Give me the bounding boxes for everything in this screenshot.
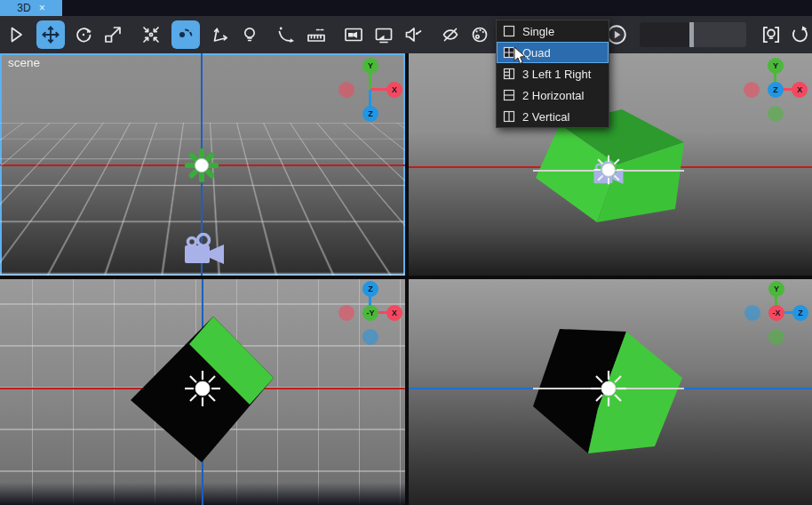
axis-y-ball[interactable]: Y bbox=[768, 281, 784, 297]
toolbar bbox=[0, 16, 812, 53]
screen-camera-icon bbox=[373, 24, 394, 45]
measure-tool-button[interactable] bbox=[302, 20, 330, 49]
focus-center-icon bbox=[140, 24, 162, 45]
tab-bar: 3D × bbox=[0, 0, 812, 16]
viewport-side[interactable]: Y Z -X bbox=[409, 279, 812, 505]
axis-gizmo: Y X Z bbox=[337, 56, 404, 124]
tab-3d[interactable]: 3D × bbox=[0, 0, 62, 16]
refresh-icon bbox=[788, 23, 811, 46]
scale-square-icon bbox=[102, 24, 123, 45]
layout-3left-1right-icon bbox=[503, 68, 515, 80]
menu-item-2-vertical[interactable]: 2 Vertical bbox=[497, 106, 609, 127]
speaker-icon bbox=[402, 24, 424, 45]
axis-y-ball[interactable]: Y bbox=[768, 58, 784, 74]
menu-item-label: 3 Left 1 Right bbox=[522, 68, 591, 81]
axis-neg-y-ball[interactable]: -Y bbox=[362, 305, 378, 321]
menu-item-single[interactable]: Single bbox=[497, 20, 609, 42]
move-arrows-icon bbox=[40, 24, 61, 45]
move-tool-button[interactable] bbox=[36, 20, 65, 49]
light-gizmo[interactable] bbox=[591, 152, 626, 188]
bulb-brackets-icon bbox=[760, 23, 783, 46]
light-tool-button[interactable] bbox=[235, 20, 264, 49]
axis-x-ball[interactable]: X bbox=[386, 305, 402, 321]
palette-button[interactable] bbox=[466, 20, 494, 49]
axis-neg-y-ball[interactable] bbox=[768, 329, 784, 345]
select-tool-button[interactable] bbox=[2, 20, 30, 49]
layout-single-icon bbox=[503, 25, 515, 37]
axis-gizmo: Z X -Y bbox=[337, 279, 404, 347]
visibility-off-button[interactable] bbox=[436, 20, 465, 49]
orbit-arc-icon bbox=[275, 24, 297, 45]
axis-y-ball[interactable]: Y bbox=[362, 58, 378, 74]
eye-off-icon bbox=[440, 24, 461, 45]
reset-view-button[interactable] bbox=[785, 20, 812, 49]
viewport-front[interactable]: Y X Z bbox=[409, 53, 812, 276]
palette-icon bbox=[469, 24, 490, 45]
viewport-light-button[interactable] bbox=[757, 20, 785, 49]
axis-neg-z-ball[interactable] bbox=[362, 329, 378, 345]
axis-x-ball[interactable]: X bbox=[386, 82, 402, 98]
layout-2vertical-icon bbox=[503, 110, 515, 123]
frame-selection-button[interactable] bbox=[137, 20, 165, 49]
axis-neg-z-ball[interactable] bbox=[744, 305, 760, 321]
viewport-perspective[interactable]: scene Y X Z bbox=[0, 53, 405, 276]
axis-neg-x-ball[interactable] bbox=[744, 82, 760, 98]
camera-frame-icon bbox=[343, 24, 364, 45]
light-gizmo[interactable] bbox=[182, 146, 221, 185]
axis-z-ball[interactable]: Z bbox=[792, 305, 808, 321]
camera-gizmo[interactable] bbox=[181, 232, 227, 268]
toolbar-slider[interactable] bbox=[640, 22, 746, 47]
camera-view-button[interactable] bbox=[339, 20, 368, 49]
axis-gizmo: Y X Z bbox=[742, 56, 809, 124]
menu-item-2-horizontal[interactable]: 2 Horizontal bbox=[497, 84, 609, 106]
layout-2horizontal-icon bbox=[503, 89, 515, 101]
axis-neg-y-ball[interactable] bbox=[768, 106, 784, 122]
viewport-top[interactable]: Z X -Y bbox=[0, 279, 405, 505]
ruler-icon bbox=[306, 24, 327, 45]
tab-title: 3D bbox=[17, 2, 30, 14]
light-gizmo[interactable] bbox=[589, 369, 628, 408]
axis-neg-x-ball[interactable] bbox=[338, 82, 354, 98]
axis-z-ball[interactable]: Z bbox=[362, 281, 378, 297]
light-gizmo[interactable] bbox=[183, 369, 222, 408]
axis-z-ball[interactable]: Z bbox=[768, 82, 784, 98]
menu-item-3-left-1-right[interactable]: 3 Left 1 Right bbox=[497, 63, 609, 84]
slider-handle[interactable] bbox=[689, 22, 694, 47]
rotate-circle-icon bbox=[73, 24, 94, 45]
menu-item-label: Single bbox=[522, 25, 554, 38]
axis-neg-x-ball[interactable]: -X bbox=[768, 305, 784, 321]
axis-neg-x-ball[interactable] bbox=[338, 305, 354, 321]
pivot-tool-button[interactable] bbox=[171, 20, 200, 49]
menu-item-label: 2 Vertical bbox=[522, 110, 569, 124]
mouse-cursor bbox=[513, 46, 528, 65]
view-layout-menu: Single Quad 3 Left 1 Right 2 Horizontal … bbox=[496, 20, 609, 128]
scale-tool-button[interactable] bbox=[99, 20, 127, 49]
rotate-tool-button[interactable] bbox=[69, 20, 98, 49]
bulb-icon bbox=[239, 24, 260, 45]
menu-item-label: 2 Horizontal bbox=[522, 89, 584, 102]
axes-arrows-icon bbox=[209, 24, 230, 45]
audio-preview-button[interactable] bbox=[399, 20, 427, 49]
slider-fill bbox=[640, 22, 689, 47]
axis-z-ball[interactable]: Z bbox=[362, 106, 378, 122]
axis-gizmo: Y Z -X bbox=[743, 279, 810, 347]
close-tab-button[interactable]: × bbox=[39, 3, 45, 13]
orbit-tool-button[interactable] bbox=[272, 20, 300, 49]
axis-x-ball[interactable]: X bbox=[792, 82, 808, 98]
pivot-point-icon bbox=[175, 24, 196, 45]
transform-axes-button[interactable] bbox=[205, 20, 234, 49]
screen-view-button[interactable] bbox=[370, 20, 398, 49]
scene-label: scene bbox=[8, 56, 40, 69]
select-arrow-icon bbox=[5, 24, 27, 45]
